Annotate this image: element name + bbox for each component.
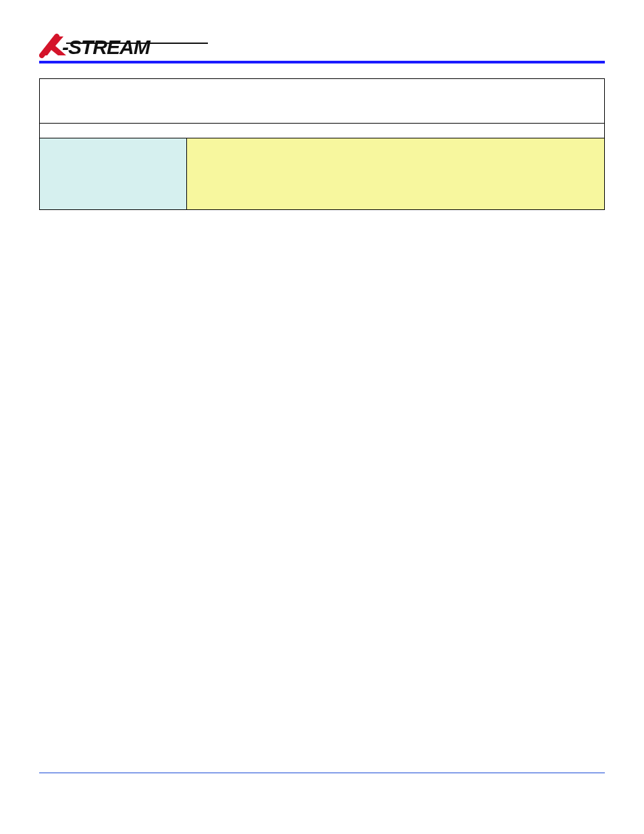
table-cell-left xyxy=(40,138,187,210)
table-row xyxy=(40,124,605,138)
table-cell-right xyxy=(187,138,605,210)
content-table xyxy=(39,78,605,210)
header-logo-row: -STREAM xyxy=(39,32,605,63)
content-table-wrap xyxy=(39,78,605,210)
table-cell-header xyxy=(40,79,605,124)
xstream-logo: -STREAM xyxy=(39,32,215,59)
table-cell-subheader xyxy=(40,124,605,138)
table-row xyxy=(40,138,605,210)
svg-text:-STREAM: -STREAM xyxy=(62,36,151,58)
footer-divider xyxy=(39,773,605,773)
table-row xyxy=(40,79,605,124)
